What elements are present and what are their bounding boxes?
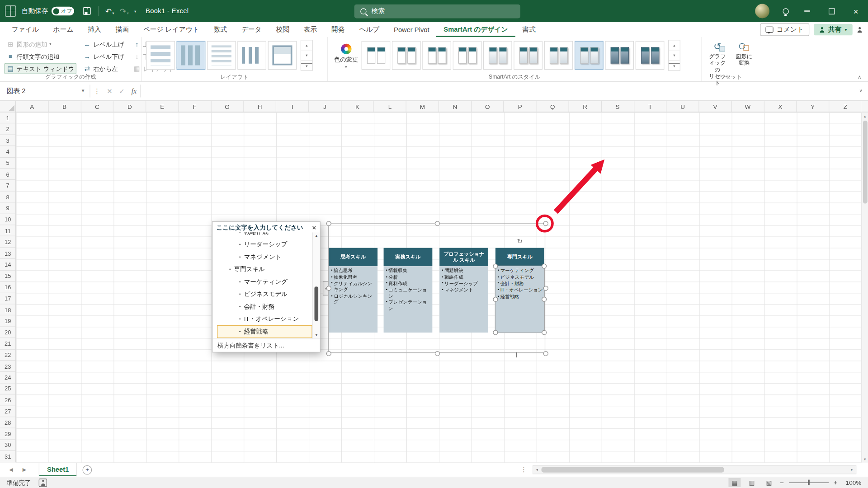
style-thumbnail-3[interactable] bbox=[422, 41, 451, 70]
insert-function-button[interactable]: fx bbox=[128, 82, 140, 100]
column-header[interactable]: B bbox=[48, 101, 81, 112]
column-header[interactable]: D bbox=[113, 101, 146, 112]
resize-handle-bottom-middle[interactable] bbox=[435, 351, 440, 356]
row-header[interactable]: 23 bbox=[0, 361, 15, 372]
row-header[interactable]: 18 bbox=[0, 304, 15, 315]
resize-handle-top-right[interactable] bbox=[543, 221, 548, 226]
scroll-down-icon[interactable]: ▼ bbox=[863, 455, 867, 463]
smartart-column-body[interactable]: 情報収集分析資料作成コミュニケーションプレゼンテーション bbox=[384, 266, 433, 333]
smartart-column-body[interactable]: 論点思考抽象化思考クリティカルシンキングロジカルシンキング bbox=[329, 266, 377, 333]
smartart-column-header[interactable]: 専門スキル bbox=[495, 248, 544, 266]
layout-thumbnail-5[interactable] bbox=[268, 41, 297, 70]
tell-me-button[interactable] bbox=[776, 8, 795, 14]
shape-handle[interactable] bbox=[493, 263, 498, 268]
scroll-down-icon[interactable]: ▼ bbox=[315, 332, 318, 339]
add-shape-button[interactable]: ⊞図形の追加▾ bbox=[5, 39, 77, 50]
gallery-more-button[interactable]: ▾ bbox=[669, 60, 679, 70]
row-header[interactable]: 29 bbox=[0, 428, 15, 440]
autosave-toggle[interactable]: オフ bbox=[52, 7, 74, 16]
select-all-corner[interactable] bbox=[0, 101, 16, 112]
name-box[interactable]: 図表 2 ▼ bbox=[0, 82, 90, 100]
maximize-button[interactable] bbox=[819, 0, 844, 22]
style-thumbnail-4[interactable] bbox=[453, 41, 482, 70]
scroll-thumb[interactable] bbox=[315, 286, 319, 321]
cancel-button[interactable]: ✕ bbox=[104, 82, 116, 100]
row-header[interactable]: 28 bbox=[0, 417, 15, 428]
column-header[interactable]: U bbox=[667, 101, 699, 112]
row-header[interactable]: 26 bbox=[0, 394, 15, 406]
tab-developer[interactable]: 開発 bbox=[324, 22, 352, 37]
style-thumbnail-1[interactable] bbox=[362, 41, 391, 70]
row-header[interactable]: 10 bbox=[0, 214, 15, 225]
gallery-up-button[interactable]: ▴ bbox=[669, 40, 679, 50]
shape-handle[interactable] bbox=[493, 297, 498, 302]
column-header[interactable]: Q bbox=[537, 101, 569, 112]
smartart-list-item[interactable]: マーケティング bbox=[498, 268, 543, 274]
column-header[interactable]: V bbox=[699, 101, 732, 112]
redo-button[interactable]: ↷▾ bbox=[117, 7, 132, 15]
smartart-list-item[interactable]: リーダーシップ bbox=[442, 281, 487, 286]
smartart-column-header[interactable]: 実務スキル bbox=[384, 248, 433, 266]
collapse-ribbon-button[interactable]: ∧ bbox=[858, 74, 861, 80]
tab-smartart-design[interactable]: SmartArt のデザイン bbox=[436, 22, 515, 37]
column-header[interactable]: H bbox=[244, 101, 276, 112]
smartart-list-item[interactable]: 戦略作成 bbox=[442, 274, 487, 280]
promote-button[interactable]: ←レベル上げ bbox=[81, 39, 126, 50]
row-header[interactable]: 8 bbox=[0, 191, 15, 202]
resize-handle-middle-left[interactable] bbox=[326, 286, 331, 291]
horizontal-scroll-thumb[interactable] bbox=[542, 467, 724, 472]
row-header[interactable]: 6 bbox=[0, 169, 15, 180]
scroll-right-icon[interactable]: ▸ bbox=[848, 468, 856, 472]
tabs-overflow-grip[interactable]: ⋮ bbox=[520, 463, 527, 476]
page-layout-view-button[interactable]: ▥ bbox=[745, 478, 758, 487]
resize-handle-bottom-left[interactable] bbox=[326, 351, 331, 356]
tab-draw[interactable]: 描画 bbox=[108, 22, 136, 37]
formula-bar-grip[interactable]: ⋮ bbox=[90, 82, 104, 100]
column-header[interactable]: C bbox=[81, 101, 113, 112]
tab-review[interactable]: 校閲 bbox=[269, 22, 297, 37]
text-pane-item-active[interactable]: •経営戦略 bbox=[217, 325, 312, 338]
smartart-column-specialty-selected[interactable]: ↻ 専門スキル マーケティングビジネスモデル会計・財務IT・オペレーション経営戦… bbox=[495, 248, 544, 333]
column-header[interactable]: E bbox=[146, 101, 179, 112]
column-header[interactable]: A bbox=[16, 101, 49, 112]
tab-data[interactable]: データ bbox=[234, 22, 269, 37]
smartart-list-item[interactable]: 分析 bbox=[386, 274, 431, 280]
gallery-up-button[interactable]: ▴ bbox=[301, 40, 312, 50]
scroll-left-icon[interactable]: ◂ bbox=[533, 468, 541, 472]
text-pane-scrollbar[interactable]: ▲ ▼ bbox=[312, 232, 320, 338]
minimize-button[interactable] bbox=[795, 0, 819, 22]
column-header[interactable]: Y bbox=[797, 101, 830, 112]
smartart-list-item[interactable]: IT・オペレーション bbox=[498, 287, 543, 293]
smartart-list-item[interactable]: 資料作成 bbox=[386, 281, 431, 286]
row-header[interactable]: 22 bbox=[0, 349, 15, 361]
quick-access-customize-button[interactable]: ▾ bbox=[132, 9, 139, 13]
row-header[interactable]: 13 bbox=[0, 248, 15, 259]
expand-formula-bar-button[interactable]: ∨ bbox=[854, 82, 868, 100]
presence-icon[interactable] bbox=[857, 27, 863, 32]
zoom-slider-thumb[interactable] bbox=[808, 480, 810, 485]
smartart-list-item[interactable]: クリティカルシンキング bbox=[331, 281, 376, 292]
style-thumbnail-2[interactable] bbox=[392, 41, 421, 70]
normal-view-button[interactable]: ▦ bbox=[728, 478, 741, 487]
next-sheet-button[interactable]: ▶ bbox=[18, 463, 31, 476]
smartart-list-item[interactable]: ビジネスモデル bbox=[498, 274, 543, 280]
zoom-slider[interactable] bbox=[789, 482, 829, 483]
column-header[interactable]: G bbox=[211, 101, 244, 112]
row-header[interactable]: 7 bbox=[0, 180, 15, 191]
style-thumbnail-9[interactable] bbox=[605, 41, 634, 70]
resize-handle-top-middle[interactable] bbox=[435, 221, 440, 226]
layout-thumbnail-4[interactable] bbox=[237, 41, 266, 70]
text-pane-item[interactable]: •会計・財務 bbox=[217, 300, 312, 313]
row-header[interactable]: 15 bbox=[0, 270, 15, 282]
save-icon[interactable] bbox=[83, 7, 91, 15]
style-thumbnail-6[interactable] bbox=[514, 41, 542, 70]
gallery-down-button[interactable]: ▾ bbox=[669, 50, 679, 60]
smartart-list-item[interactable]: マネジメント bbox=[442, 287, 487, 293]
layout-thumbnail-3[interactable] bbox=[207, 41, 236, 70]
column-header[interactable]: F bbox=[179, 101, 211, 112]
row-header[interactable]: 20 bbox=[0, 327, 15, 338]
gallery-more-button[interactable]: ▾ bbox=[301, 60, 312, 70]
column-header[interactable]: J bbox=[309, 101, 341, 112]
column-header[interactable]: S bbox=[602, 101, 634, 112]
text-pane-toggle-button[interactable]: ▤テキスト ウィンドウ bbox=[5, 63, 77, 74]
